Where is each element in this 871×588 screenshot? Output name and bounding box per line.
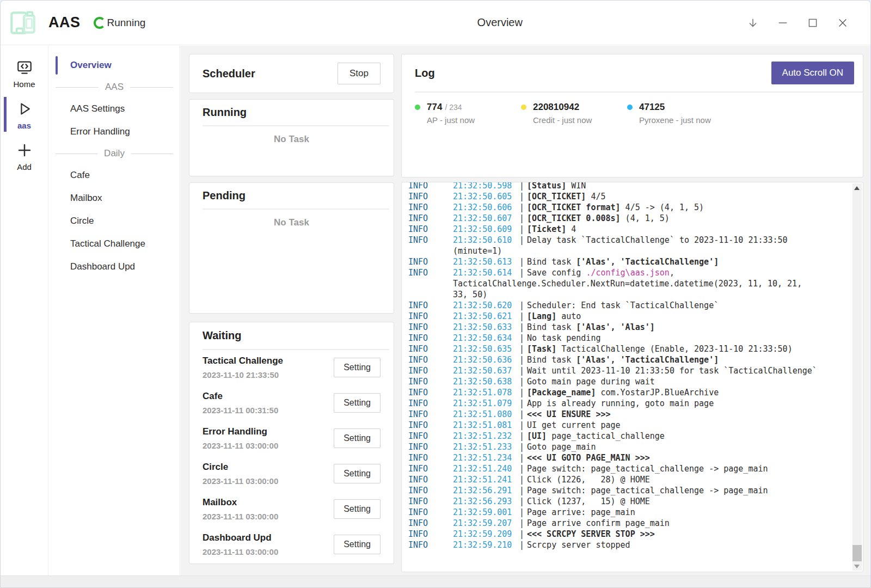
log-timestamp: 21:32:51.241: [453, 474, 519, 485]
log-line: INFO21:32:50.638|Goto main page during w…: [408, 376, 850, 387]
auto-scroll-button[interactable]: Auto Scroll ON: [771, 62, 854, 84]
log-timestamp: 21:32:50.610: [453, 235, 519, 246]
log-line: INFO21:32:50.606|[OCR_TICKET format] 4/5…: [408, 202, 850, 213]
log-level: INFO: [408, 452, 453, 463]
play-icon: [16, 109, 33, 119]
log-message: Save config ./config\aas.json,: [527, 267, 850, 278]
maximize-button[interactable]: [807, 17, 819, 29]
log-message: 33, 50): [453, 289, 850, 300]
sidebar-item-overview[interactable]: Overview: [49, 54, 180, 77]
log-level: INFO: [408, 235, 453, 246]
stat-body: 774/ 234AP - just now: [427, 102, 475, 125]
nav-rail: HomeaasAdd: [1, 46, 48, 575]
stat-label: AP - just now: [427, 115, 475, 125]
log-timestamp: 21:32:56.291: [453, 485, 519, 496]
log-message: Click (1226, 28) @ HOME: [527, 474, 850, 485]
resource-stats: 774/ 234AP - just now220810942Credit - j…: [415, 93, 854, 125]
log-message: [OCR_TICKET] 4/5: [527, 191, 850, 202]
waiting-task-row: Mailbox2023-11-11 03:00:00Setting: [203, 492, 381, 527]
sidebar-item-dashboard-upd[interactable]: Dashboard Upd: [49, 255, 180, 278]
rail-item-add[interactable]: Add: [1, 136, 48, 176]
scroll-up-icon[interactable]: [854, 186, 860, 190]
log-line: INFO21:32:51.234|<<< UI GOTO PAGE_MAIN >…: [408, 452, 850, 463]
download-button[interactable]: [747, 17, 759, 29]
app-name: AAS: [48, 14, 81, 31]
log-level: INFO: [408, 311, 453, 322]
log-separator: |: [519, 409, 527, 420]
task-info: Tactical Challenge2023-11-10 21:33:50: [203, 356, 283, 379]
sidebar-item-error-handling[interactable]: Error Handling: [49, 120, 180, 143]
waiting-title: Waiting: [203, 329, 381, 342]
pending-title: Pending: [203, 189, 381, 202]
log-level: INFO: [408, 322, 453, 333]
log-timestamp: 21:32:50.638: [453, 376, 519, 387]
log-message: Wait until 2023-11-10 21:33:50 for task …: [527, 365, 850, 376]
log-separator: |: [519, 387, 527, 398]
task-next-run: 2023-11-10 21:33:50: [203, 370, 283, 379]
minimize-button[interactable]: [777, 17, 789, 29]
log-message: Bind task ['Alas', 'TacticalChallenge']: [527, 256, 850, 267]
log-line: INFO21:32:51.240|Page switch: page_tacti…: [408, 463, 850, 474]
log-separator: |: [519, 529, 527, 540]
sidebar-item-cafe[interactable]: Cafe: [49, 164, 180, 187]
task-setting-button[interactable]: Setting: [334, 499, 381, 519]
task-setting-button[interactable]: Setting: [334, 464, 381, 483]
log-line-continuation: 33, 50): [408, 289, 850, 300]
log-message: Bind task ['Alas', 'Alas']: [527, 322, 850, 333]
log-scrollbar[interactable]: [852, 183, 862, 571]
log-timestamp: 21:32:50.636: [453, 354, 519, 365]
card-divider: [203, 209, 389, 210]
log-message: Scrcpy server stopped: [527, 540, 850, 550]
log-message: [OCR_TICKET 0.008s] (4, 1, 5): [527, 213, 850, 224]
log-message: Bind task ['Alas', 'TacticalChallenge']: [527, 354, 850, 365]
scroll-down-icon[interactable]: [854, 565, 860, 568]
log-message: (minute=1): [453, 246, 850, 256]
log-separator: |: [519, 267, 527, 278]
log-level-empty: [408, 278, 453, 289]
log-separator: |: [519, 474, 527, 485]
task-info: Cafe2023-11-11 00:31:50: [203, 391, 278, 415]
log-separator: |: [519, 507, 527, 518]
sidebar: OverviewAASAAS SettingsError HandlingDai…: [49, 46, 180, 575]
log-timestamp: 21:32:50.614: [453, 267, 519, 278]
rail-item-aas[interactable]: aas: [1, 94, 48, 134]
log-separator: |: [519, 202, 527, 213]
log-level: INFO: [408, 387, 453, 398]
log-level: INFO: [408, 398, 453, 409]
task-setting-button[interactable]: Setting: [334, 535, 381, 554]
stat-value-row: 774/ 234: [427, 102, 475, 113]
sidebar-group-label: Daily: [104, 148, 125, 159]
log-level: INFO: [408, 191, 453, 202]
scrollbar-thumb[interactable]: [852, 545, 862, 561]
log-level: INFO: [408, 420, 453, 431]
log-separator: |: [519, 191, 527, 202]
divider-line: [130, 87, 173, 88]
stop-button[interactable]: Stop: [338, 63, 381, 84]
log-message: Scheduler: End task `TacticalChallenge`: [527, 300, 850, 311]
close-button[interactable]: [837, 17, 849, 29]
log-line: INFO21:32:50.637|Wait until 2023-11-10 2…: [408, 365, 850, 376]
divider-line: [131, 154, 173, 154]
log-line: INFO21:32:50.598|[Status] WIN: [408, 182, 850, 191]
task-setting-button[interactable]: Setting: [334, 358, 381, 377]
task-next-run: 2023-11-11 03:00:00: [203, 512, 278, 521]
sidebar-item-aas-settings[interactable]: AAS Settings: [49, 97, 180, 120]
log-stat: 47125Pyroxene - just now: [627, 102, 733, 125]
download-icon: [747, 17, 759, 29]
sidebar-item-mailbox[interactable]: Mailbox: [49, 187, 180, 210]
log-card: Log Auto Scroll ON 774/ 234AP - just now…: [401, 54, 863, 177]
stat-value: 774: [427, 102, 442, 113]
log-output[interactable]: INFO21:32:50.598|[Status] WININFO21:32:5…: [401, 182, 863, 572]
log-separator: |: [519, 256, 527, 267]
log-separator: |: [519, 182, 527, 191]
task-info: Error Handling2023-11-11 03:00:00: [203, 426, 278, 450]
rail-item-home[interactable]: Home: [1, 53, 48, 93]
log-timestamp: 21:32:51.078: [453, 387, 519, 398]
sidebar-item-tactical-challenge[interactable]: Tactical Challenge: [49, 232, 180, 255]
sidebar-item-circle[interactable]: Circle: [49, 210, 180, 232]
log-line: INFO21:32:51.241|Click (1226, 28) @ HOME: [408, 474, 850, 485]
task-setting-button[interactable]: Setting: [334, 428, 381, 448]
task-setting-button[interactable]: Setting: [334, 393, 381, 413]
log-timestamp: 21:32:51.232: [453, 431, 519, 442]
log-separator: |: [519, 431, 527, 442]
